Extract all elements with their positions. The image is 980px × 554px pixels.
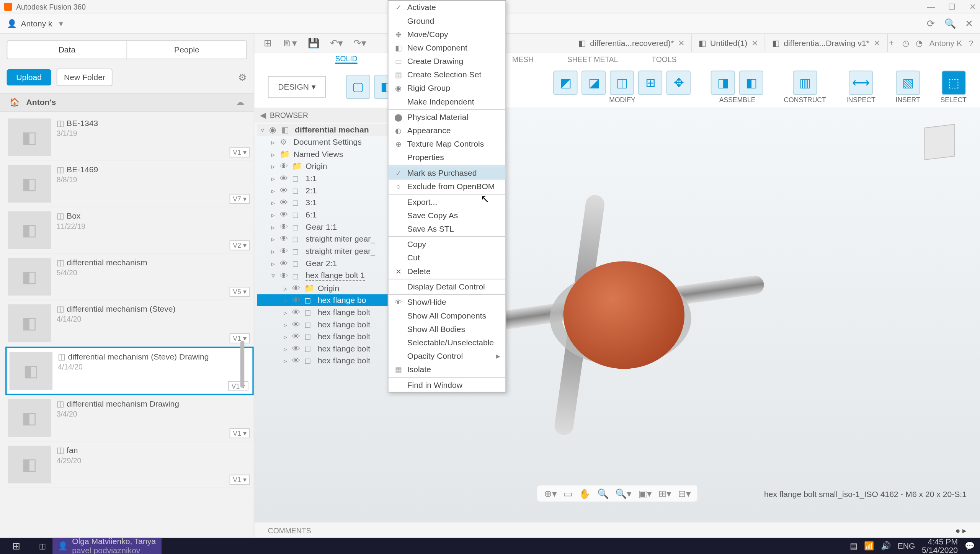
expand-icon[interactable]: ▹: [269, 163, 277, 170]
orbit-icon[interactable]: ⊕▾: [544, 488, 557, 499]
menu-item[interactable]: ✓Activate: [389, 1, 506, 14]
ribbon-tab-solid[interactable]: SOLID: [335, 54, 358, 64]
file-version[interactable]: V7 ▾: [230, 194, 250, 204]
menu-item[interactable]: Make Independent: [389, 95, 506, 108]
menu-item[interactable]: ⬤Physical Material: [389, 110, 506, 124]
maximize-button[interactable]: ☐: [948, 2, 956, 11]
menu-item[interactable]: ○Exclude from OpenBOM: [389, 180, 506, 193]
menu-item[interactable]: Find in Window: [389, 378, 506, 392]
menu-item[interactable]: Opacity Control▸: [389, 350, 506, 363]
lang-indicator[interactable]: ENG: [898, 541, 915, 551]
user-right[interactable]: Antony K: [929, 38, 962, 47]
comments-bar[interactable]: COMMENTS ● ▸: [255, 522, 980, 538]
menu-item[interactable]: Show All Bodies: [389, 322, 506, 336]
file-item[interactable]: ◧ ◫differential mechanism (Steve) Drawin…: [5, 346, 254, 395]
doc-tab-2[interactable]: ◧ Untitled(1) ✕: [692, 34, 766, 52]
file-item[interactable]: ◧ ◫differential mechanism 5/4/20 V5 ▾: [5, 254, 254, 300]
task-view-icon[interactable]: ◫: [32, 542, 52, 551]
minimize-button[interactable]: —: [927, 2, 935, 11]
select-icon[interactable]: ⬚: [941, 70, 965, 95]
menu-item[interactable]: ⊕Texture Map Controls: [389, 137, 506, 151]
design-dropdown[interactable]: DESIGN ▾: [268, 76, 326, 98]
menu-item[interactable]: Show All Components: [389, 309, 506, 322]
zoom-icon[interactable]: 🔍: [597, 488, 609, 499]
file-item[interactable]: ◧ ◫differential mechanism (Steve) 4/14/2…: [5, 300, 254, 346]
eye-icon[interactable]: 👁: [280, 162, 289, 171]
menu-item[interactable]: Properties: [389, 151, 506, 164]
ribbon-tab-mesh[interactable]: MESH: [512, 55, 534, 63]
redo-icon[interactable]: ↷▾: [350, 38, 371, 48]
assemble-icon1[interactable]: ◨: [711, 70, 735, 95]
file-version[interactable]: V2 ▾: [230, 240, 250, 250]
doc-tab-3[interactable]: ◧ differentia...Drawing v1* ✕: [766, 34, 888, 52]
new-tab-icon[interactable]: ＋: [887, 37, 895, 49]
sketch-icon[interactable]: ▢: [346, 75, 370, 99]
expand-icon[interactable]: ▿: [269, 272, 277, 279]
file-version[interactable]: V1 ▾: [230, 428, 250, 438]
comments-toggle-icon[interactable]: ● ▸: [956, 525, 967, 535]
help-icon[interactable]: ?: [969, 38, 973, 47]
pan-icon[interactable]: ✋: [579, 488, 590, 499]
close-icon[interactable]: ✕: [678, 38, 685, 47]
file-list[interactable]: ◧ ◫BE-1343 3/1/19 V1 ▾ ◧ ◫BE-1469 8/8/19…: [0, 112, 254, 538]
fit-icon[interactable]: 🔍▾: [615, 488, 631, 499]
search-icon[interactable]: 🔍: [944, 18, 956, 29]
file-item[interactable]: ◧ ◫differential mechanism Drawing 3/4/20…: [5, 395, 254, 441]
menu-item[interactable]: ✓Mark as Purchased: [389, 166, 506, 180]
close-icon[interactable]: ✕: [874, 38, 880, 47]
expand-icon[interactable]: ▿: [258, 126, 266, 134]
radio-icon[interactable]: ◉: [269, 125, 279, 135]
look-icon[interactable]: ▭: [564, 488, 572, 499]
inspect-icon[interactable]: ⟷: [849, 70, 873, 95]
file-item[interactable]: ◧ ◫Box 11/22/19 V2 ▾: [5, 208, 254, 254]
move-icon[interactable]: ✥: [666, 70, 691, 95]
sound-icon[interactable]: 🔊: [881, 541, 891, 551]
close-button[interactable]: ✕: [969, 2, 976, 11]
menu-item[interactable]: Display Detail Control: [389, 280, 506, 293]
start-button[interactable]: ⊞: [0, 541, 32, 551]
file-version[interactable]: V1 ▾: [228, 381, 248, 391]
file-version[interactable]: V5 ▾: [230, 287, 250, 297]
collapse-icon[interactable]: ◀: [260, 110, 266, 120]
modify-icon2[interactable]: ◪: [582, 70, 606, 95]
file-icon[interactable]: 🗎▾: [279, 38, 301, 48]
upload-button[interactable]: Upload: [7, 69, 51, 85]
menu-item[interactable]: Export...: [389, 195, 506, 209]
construct-icon[interactable]: ▥: [793, 70, 817, 95]
menu-item[interactable]: Cut: [389, 251, 506, 265]
file-version[interactable]: V1 ▾: [230, 333, 250, 343]
expand-icon[interactable]: ▹: [269, 150, 277, 158]
extensions-icon[interactable]: ◷: [902, 38, 909, 47]
tab-people[interactable]: People: [127, 41, 246, 59]
viewcube[interactable]: [913, 115, 967, 169]
menu-item[interactable]: Save As STL: [389, 222, 506, 235]
user-menu[interactable]: 👤 Antony k ▾: [7, 18, 63, 28]
menu-item[interactable]: ▭Create Drawing: [389, 54, 506, 68]
menu-item[interactable]: Selectable/Unselectable: [389, 336, 506, 349]
grid-icon[interactable]: ⊞▾: [658, 488, 671, 499]
viewport-icon[interactable]: ⊟▾: [678, 488, 691, 499]
menu-item[interactable]: Ground: [389, 14, 506, 28]
menu-item[interactable]: ◐Appearance: [389, 124, 506, 137]
new-folder-button[interactable]: New Folder: [57, 69, 113, 86]
jobs-icon[interactable]: ◔: [916, 38, 923, 47]
menu-item[interactable]: ✕Delete: [389, 265, 506, 278]
gear-icon[interactable]: ⚙: [238, 72, 247, 83]
menu-item[interactable]: ◉Rigid Group: [389, 82, 506, 95]
undo-icon[interactable]: ↶▾: [326, 38, 347, 48]
file-version[interactable]: V1 ▾: [230, 475, 250, 485]
menu-item[interactable]: ▦Create Selection Set: [389, 68, 506, 82]
wifi-icon[interactable]: 📶: [864, 541, 874, 551]
modify-icon1[interactable]: ◩: [554, 70, 578, 95]
file-item[interactable]: ◧ ◫BE-1343 3/1/19 V1 ▾: [5, 114, 254, 161]
ribbon-tab-tools[interactable]: TOOLS: [652, 55, 676, 63]
tab-data[interactable]: Data: [7, 41, 127, 59]
notification[interactable]: 👤 Olga Matviienko, Tanya pavel podviazni…: [52, 538, 161, 554]
menu-item[interactable]: Save Copy As: [389, 209, 506, 222]
file-item[interactable]: ◧ ◫BE-1469 8/8/19 V7 ▾: [5, 161, 254, 207]
expand-icon[interactable]: ▹: [269, 138, 277, 145]
menu-item[interactable]: ▦Isolate: [389, 363, 506, 376]
doc-tab-1[interactable]: ◧ differentia...recovered)* ✕: [572, 34, 692, 52]
insert-icon[interactable]: ▧: [896, 70, 920, 95]
refresh-icon[interactable]: ⟳: [927, 18, 935, 29]
